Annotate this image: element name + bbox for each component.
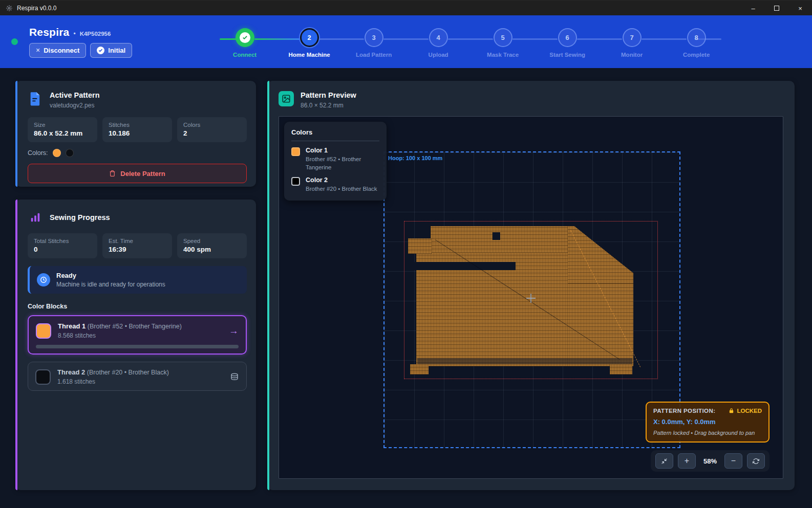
- color-swatch-orange: [53, 149, 61, 157]
- machine-status-banner: Ready Machine is idle and ready for oper…: [28, 266, 247, 294]
- main-content: Active Pattern valetudogv2.pes Size 86.0…: [0, 68, 812, 490]
- window-title: Respira v0.0.0: [17, 5, 737, 12]
- lock-status-badge[interactable]: LOCKED: [729, 408, 762, 414]
- check-circle-icon: [97, 47, 104, 54]
- legend-item-color-2: Color 2 Brother #20 • Brother Black: [291, 176, 379, 193]
- serial-bullet: •: [73, 30, 75, 37]
- pattern-position-overlay: PATTERN POSITION: LOCKED X: 0.0mm, Y: 0.…: [646, 402, 770, 443]
- color-blocks-label: Color Blocks: [28, 303, 247, 310]
- left-column: Active Pattern valetudogv2.pes Size 86.0…: [15, 81, 256, 490]
- card-accent-edge: [15, 81, 17, 187]
- disconnect-button[interactable]: × Disconnect: [29, 43, 86, 58]
- step-label: Connect: [233, 52, 257, 58]
- step-label: Complete: [683, 52, 710, 58]
- thread-1-swatch: [36, 323, 51, 339]
- active-pattern-card: Active Pattern valetudogv2.pes Size 86.0…: [15, 81, 256, 187]
- clock-icon: [37, 273, 50, 286]
- status-subtitle: Machine is idle and ready for operations: [56, 281, 165, 288]
- thread-1-name: Thread 1 (Brother #52 • Brother Tangerin…: [58, 322, 182, 330]
- thread-1-progress-bar: [36, 345, 239, 348]
- step-label: Mask Trace: [487, 52, 519, 58]
- refresh-icon: [753, 458, 759, 465]
- close-button[interactable]: ×: [788, 1, 812, 16]
- step-monitor[interactable]: 7 Monitor: [600, 28, 664, 58]
- position-label: PATTERN POSITION:: [653, 408, 715, 414]
- sewing-progress-title: Sewing Progress: [50, 213, 110, 222]
- legend-swatch-orange: [291, 147, 300, 156]
- status-title: Ready: [56, 272, 165, 279]
- lock-icon: [729, 408, 734, 414]
- stat-speed: Speed 400 spm: [177, 233, 247, 258]
- initial-label: Initial: [108, 47, 125, 54]
- zoom-out-button[interactable]: −: [724, 453, 742, 469]
- step-label: Start Sewing: [549, 52, 585, 58]
- step-complete[interactable]: 8 Complete: [664, 28, 729, 58]
- zoom-level: 58%: [700, 457, 720, 465]
- initial-button[interactable]: Initial: [90, 43, 132, 58]
- step-label: Home Machine: [289, 52, 330, 58]
- stat-total-stitches: Total Stitches 0: [28, 233, 97, 258]
- card-accent-edge: [15, 200, 17, 490]
- step-upload[interactable]: 4 Upload: [406, 28, 471, 58]
- colors-label: Colors:: [28, 149, 48, 157]
- step-label: Upload: [429, 52, 448, 58]
- step-start-sewing[interactable]: 6 Start Sewing: [535, 28, 600, 58]
- window-controls: – ×: [741, 1, 812, 16]
- reset-view-button[interactable]: [747, 453, 765, 469]
- preview-canvas[interactable]: Hoop: 100 x 100 mm: [279, 116, 783, 479]
- fit-to-view-button[interactable]: [655, 453, 673, 469]
- thread-2-name: Thread 2 (Brother #20 • Brother Black): [57, 368, 169, 376]
- zoom-controls: + 58% −: [651, 450, 770, 472]
- stat-size: Size 86.0 x 52.2 mm: [28, 117, 97, 142]
- center-crosshair-icon: [526, 294, 536, 303]
- step-label: Monitor: [621, 52, 643, 58]
- zoom-in-button[interactable]: +: [678, 453, 696, 469]
- position-hint: Pattern locked • Drag background to pan: [653, 430, 762, 436]
- step-done-check-icon: [240, 32, 250, 43]
- step-load-pattern[interactable]: 3 Load Pattern: [341, 28, 406, 58]
- minimize-button[interactable]: –: [741, 1, 765, 16]
- color-swatch-black: [66, 149, 74, 157]
- hoop-size-label: Hoop: 100 x 100 mm: [388, 155, 442, 161]
- step-home-circle: 2: [300, 28, 319, 47]
- colors-legend-panel: Colors Color 1 Brother #52 • Brother Tan…: [284, 122, 387, 201]
- pattern-dimensions: 86.0 × 52.2 mm: [301, 102, 356, 109]
- bar-chart-icon: [28, 210, 43, 225]
- legend-swatch-black: [291, 177, 300, 186]
- image-icon: [279, 91, 294, 106]
- thread-2-card[interactable]: Thread 2 (Brother #20 • Brother Black) 1…: [28, 362, 247, 391]
- step-mask-trace[interactable]: 5 Mask Trace: [471, 28, 535, 58]
- thread-1-detail: (Brother #52 • Brother Tangerine): [88, 323, 182, 330]
- stat-colors: Colors 2: [177, 117, 247, 142]
- step-home-machine[interactable]: 2 Home Machine: [277, 28, 341, 58]
- step-label: Load Pattern: [356, 52, 392, 58]
- connection-status-dot: [11, 38, 18, 45]
- pattern-preview-card: Pattern Preview 86.0 × 52.2 mm Hoop: 100…: [267, 81, 795, 490]
- stat-stitches: Stitches 10.186: [102, 117, 172, 142]
- delete-pattern-button[interactable]: Delete Pattern: [28, 164, 247, 183]
- step-connect-circle: 1: [236, 28, 254, 47]
- machine-serial: K4P502956: [80, 31, 111, 37]
- app-name: Respira: [29, 26, 69, 38]
- maximize-button[interactable]: [765, 1, 788, 16]
- workflow-stepper: 1 Connect 2 Home Machine 3 Load Pattern …: [143, 26, 798, 58]
- thread-2-swatch: [35, 369, 51, 385]
- layers-stack-icon: [230, 372, 239, 382]
- thread-1-card[interactable]: Thread 1 (Brother #52 • Brother Tangerin…: [28, 315, 247, 355]
- disconnect-x-icon: ×: [36, 46, 40, 54]
- thread-1-stitches: 8.568 stitches: [58, 332, 182, 339]
- arrow-right-icon: →: [229, 325, 239, 337]
- trash-icon: [109, 170, 116, 177]
- delete-pattern-label: Delete Pattern: [120, 170, 165, 178]
- pattern-colors-row: Colors:: [28, 149, 247, 157]
- position-coordinates: X: 0.0mm, Y: 0.0mm: [653, 418, 762, 426]
- window-titlebar: Respira v0.0.0 – ×: [0, 0, 812, 15]
- step-connect[interactable]: 1 Connect: [212, 28, 277, 58]
- pattern-preview-title: Pattern Preview: [301, 91, 356, 99]
- legend-item-color-1: Color 1 Brother #52 • Brother Tangerine: [291, 147, 379, 171]
- pattern-filename: valetudogv2.pes: [50, 102, 100, 109]
- legend-title: Colors: [291, 128, 379, 141]
- thread-2-stitches: 1.618 stitches: [57, 378, 169, 385]
- header-identity: Respira • K4P502956 × Disconnect Initial: [29, 26, 132, 58]
- document-icon: [28, 91, 43, 106]
